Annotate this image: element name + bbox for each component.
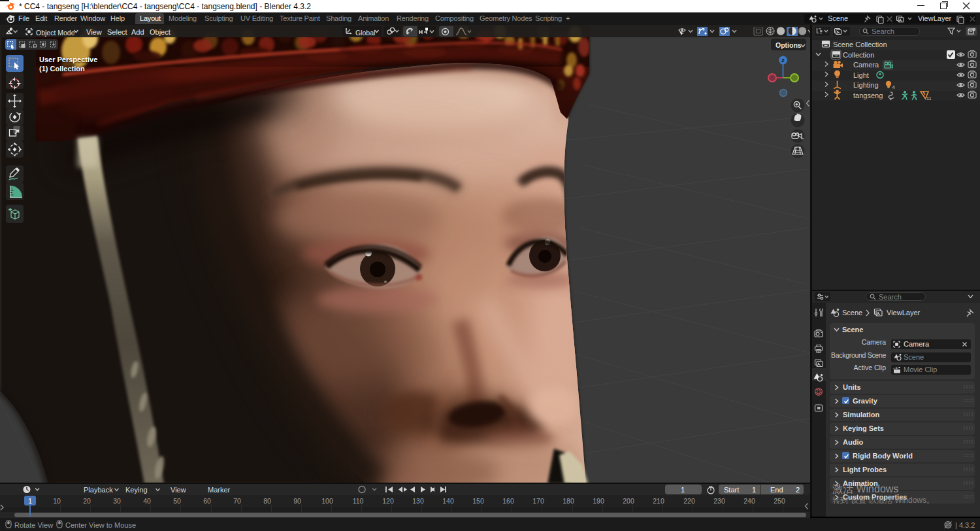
svg-text:4: 4 (892, 84, 895, 90)
svg-text:Z: Z (781, 58, 785, 63)
svg-text:11: 11 (926, 95, 932, 101)
